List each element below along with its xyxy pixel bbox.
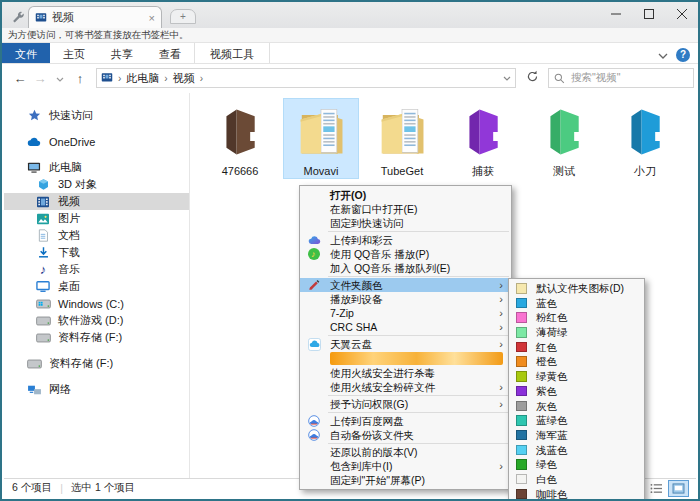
submenu-item-color-purple[interactable]: 紫色 <box>509 384 644 399</box>
submenu-item-color-gray[interactable]: 灰色 <box>509 399 644 414</box>
sidebar-item-onedrive[interactable]: OneDrive <box>4 133 189 150</box>
sidebar-item-this-pc[interactable]: 此电脑 <box>4 159 189 176</box>
sidebar-item-drive-f[interactable]: 资料存储 (F:) <box>4 329 189 346</box>
submenu-item-label: 薄荷绿 <box>536 326 568 338</box>
sidebar-item-drive-d[interactable]: 软件游戏 (D:) <box>4 312 189 329</box>
submenu-item-color-orange[interactable]: 橙色 <box>509 354 644 369</box>
breadcrumb-segment[interactable]: 此电脑 <box>126 71 159 86</box>
submenu-item-color-navy[interactable]: 海军蓝 <box>509 428 644 443</box>
ribbon-tab-file[interactable]: 文件 <box>2 43 50 63</box>
tab-videos[interactable]: 视频 × <box>28 6 162 28</box>
menu-item-label: 7-Zip <box>330 307 354 319</box>
details-view-button[interactable] <box>647 481 666 496</box>
submenu-item-color-coffee[interactable]: 咖啡色 <box>509 487 644 501</box>
forward-button[interactable]: → <box>30 71 50 86</box>
cloud189-icon <box>308 338 320 350</box>
context-menu: 打开(O)在新窗口中打开(E)固定到快速访问上传到和彩云♪使用 QQ音乐 播放(… <box>299 185 512 490</box>
sidebar-item-desktop[interactable]: 桌面 <box>4 278 189 295</box>
sidebar-item-music[interactable]: ♪音乐 <box>4 261 189 278</box>
sidebar-item-quick-access[interactable]: 快速访问 <box>4 107 189 124</box>
wrench-settings-icon[interactable] <box>11 9 24 27</box>
submenu-item-color-pink[interactable]: 粉红色 <box>509 310 644 325</box>
breadcrumb-segment[interactable]: 视频 <box>173 71 195 86</box>
ctx-huorong-shred[interactable]: 使用火绒安全粉碎文件› <box>300 380 511 394</box>
window-controls <box>599 2 698 26</box>
ctx-tianyi-cloud[interactable]: 天翼云盘› <box>300 337 511 351</box>
ctx-huorong-scan[interactable]: 使用火绒安全进行杀毒 <box>300 366 511 380</box>
help-icon[interactable]: ? <box>676 48 690 62</box>
menu-item-label: 使用火绒安全进行杀毒 <box>330 367 435 379</box>
submenu-item-color-blue[interactable]: 蓝色 <box>509 296 644 311</box>
sidebar-item-label: 3D 对象 <box>58 177 97 192</box>
sidebar-item-label: OneDrive <box>49 136 95 148</box>
ctx-open[interactable]: 打开(O) <box>300 188 511 202</box>
submenu-item-color-teal[interactable]: 蓝绿色 <box>509 413 644 428</box>
folder-movavi[interactable]: Movavi <box>284 99 358 178</box>
up-button[interactable]: ↑ <box>70 71 90 86</box>
back-button[interactable]: ← <box>10 71 30 86</box>
ctx-upload-hecaiyun[interactable]: 上传到和彩云 <box>300 233 511 247</box>
sidebar-item-3d-objects[interactable]: 3D 对象 <box>4 176 189 193</box>
breadcrumb-separator-icon: › <box>164 73 167 84</box>
folder-knife[interactable]: 小刀 <box>608 99 682 178</box>
address-bar[interactable]: ›此电脑›视频› <box>96 68 516 88</box>
ctx-7zip[interactable]: 7-Zip› <box>300 306 511 320</box>
ctx-folder-color[interactable]: 文件夹颜色› <box>300 278 511 292</box>
brush-icon <box>308 279 320 291</box>
folder-tubeget[interactable]: TubeGet <box>365 99 439 178</box>
recent-locations-chevron-icon[interactable] <box>50 71 70 86</box>
menu-item-label: 包含到库中(I) <box>330 460 392 472</box>
folder-capture[interactable]: 捕获 <box>446 99 520 178</box>
sidebar-item-network[interactable]: 网络 <box>4 381 189 398</box>
ribbon-tab-home[interactable]: 主页 <box>50 43 98 63</box>
ctx-upload-baidu[interactable]: 上传到百度网盘 <box>300 414 511 428</box>
ribbon-tab-video-tools[interactable]: 视频工具 <box>194 43 270 63</box>
large-icons-view-button[interactable] <box>669 481 688 496</box>
folder-test[interactable]: 测试 <box>527 99 601 178</box>
ctx-crc-sha[interactable]: CRC SHA› <box>300 320 511 334</box>
submenu-arrow-icon: › <box>499 292 503 306</box>
ribbon-tab-share[interactable]: 共享 <box>98 43 146 63</box>
ctx-restore-versions[interactable]: 还原以前的版本(V) <box>300 445 511 459</box>
sidebar-item-drive-f2[interactable]: 资料存储 (F:) <box>4 355 189 372</box>
sidebar-item-drive-c[interactable]: Windows (C:) <box>4 295 189 312</box>
address-dropdown-chevron-icon[interactable] <box>503 72 511 84</box>
ctx-play-to-device[interactable]: 播放到设备› <box>300 292 511 306</box>
ribbon-expand-chevron-icon[interactable] <box>658 46 668 64</box>
ctx-ad-banner[interactable] <box>330 352 503 365</box>
ctx-qqmusic-queue[interactable]: 加入 QQ音乐 播放队列(E) <box>300 261 511 275</box>
ctx-grant-access[interactable]: 授予访问权限(G)› <box>300 397 511 411</box>
ribbon-tab-view[interactable]: 查看 <box>146 43 194 63</box>
submenu-arrow-icon: › <box>499 278 503 292</box>
minimize-button[interactable] <box>599 2 632 26</box>
maximize-button[interactable] <box>632 2 665 26</box>
folder-icon <box>608 102 682 162</box>
drive-icon <box>35 316 51 326</box>
ctx-pin-quick-access[interactable]: 固定到快速访问 <box>300 216 511 230</box>
ctx-include-in-library[interactable]: 包含到库中(I)› <box>300 459 511 473</box>
close-button[interactable] <box>665 2 698 26</box>
submenu-item-color-green[interactable]: 绿色 <box>509 457 644 472</box>
sidebar-item-downloads[interactable]: 下载 <box>4 244 189 261</box>
sidebar-item-videos[interactable]: 视频 <box>4 193 189 210</box>
refresh-icon[interactable] <box>522 69 542 87</box>
ctx-open-new-window[interactable]: 在新窗口中打开(E) <box>300 202 511 216</box>
submenu-item-color-red[interactable]: 红色 <box>509 340 644 355</box>
submenu-item-label: 咖啡色 <box>536 488 568 500</box>
ctx-qqmusic-play[interactable]: ♪使用 QQ音乐 播放(P) <box>300 247 511 261</box>
ctx-auto-backup[interactable]: 自动备份该文件夹 <box>300 428 511 442</box>
search-input[interactable]: 搜索"视频" <box>548 68 694 88</box>
sidebar-item-documents[interactable]: 文档 <box>4 227 189 244</box>
submenu-item-color-yellow-green[interactable]: 绿黄色 <box>509 369 644 384</box>
ctx-pin-to-start[interactable]: 固定到"开始"屏幕(P) <box>300 473 511 487</box>
submenu-item-color-mint[interactable]: 薄荷绿 <box>509 325 644 340</box>
cube-icon <box>35 178 51 191</box>
submenu-item-color-white[interactable]: 白色 <box>509 472 644 487</box>
tab-close-icon[interactable]: × <box>149 13 155 23</box>
sidebar-item-pictures[interactable]: 图片 <box>4 210 189 227</box>
folder-476666[interactable]: 476666 <box>203 99 277 178</box>
new-tab-button[interactable]: + <box>170 9 196 24</box>
submenu-item-color-light-blue[interactable]: 浅蓝色 <box>509 443 644 458</box>
submenu-item-color-default[interactable]: 默认文件夹图标(D) <box>509 281 644 296</box>
menu-item-label: 播放到设备 <box>330 293 383 305</box>
